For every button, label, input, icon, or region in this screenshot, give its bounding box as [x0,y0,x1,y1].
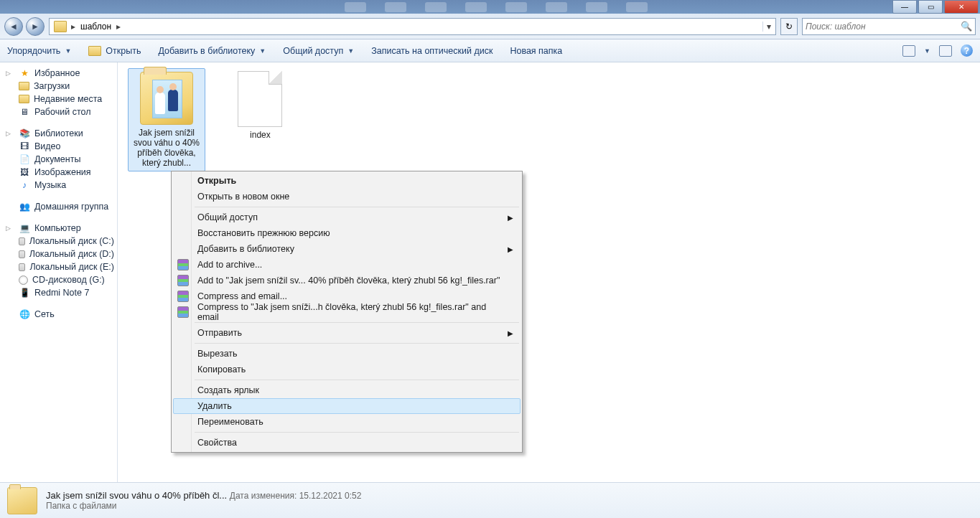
toolbar-open[interactable]: Открыть [88,46,141,56]
folder-icon [19,82,29,90]
details-pane: Jak jsem snížil svou váhu o 40% příběh č… [0,482,980,518]
sidebar-desktop[interactable]: 🖥Рабочий стол [0,105,117,118]
sidebar-homegroup[interactable]: 👥 Домашняя группа [0,200,117,213]
library-icon: 📚 [19,128,30,138]
sidebar-favorites[interactable]: ▷★ Избранное [0,67,117,80]
sidebar-computer[interactable]: ▷💻 Компьютер [0,222,117,235]
ctx-restore-version[interactable]: Восстановить прежнюю версию [173,225,521,241]
nav-back-button[interactable]: ◄ [4,17,23,36]
sidebar-music[interactable]: ♪Музыка [0,179,117,192]
details-type: Папка с файлами [46,501,361,511]
details-date-value: 15.12.2021 0:52 [299,491,362,501]
preview-pane-button[interactable] [939,45,952,57]
music-icon: ♪ [19,180,30,190]
context-menu: Открыть Открыть в новом окне Общий досту… [171,171,523,453]
details-thumbnail [7,487,37,514]
documents-icon: 📄 [19,154,30,164]
ctx-copy[interactable]: Копировать [173,362,521,377]
address-bar[interactable]: ▸ шаблон ▸ ▾ [49,18,776,35]
toolbar: Упорядочить▼ Открыть Добавить в библиоте… [0,39,980,62]
ctx-properties[interactable]: Свойства [173,435,521,451]
breadcrumb-sep: ▸ [115,22,122,32]
cd-icon [19,276,28,285]
sidebar-recent[interactable]: Недавние места [0,93,117,105]
pictures-icon: 🖼 [19,167,30,177]
disk-icon [19,237,25,245]
ctx-compress-to-email[interactable]: Compress to "Jak jsem sníži...h člověka,… [173,304,521,320]
ctx-rename[interactable]: Переименовать [173,414,521,430]
folder-item-selected[interactable]: Jak jsem snížil svou váhu o 40% příběh č… [128,68,205,171]
nav-row: ◄ ► ▸ шаблон ▸ ▾ ↻ 🔍 [0,14,980,39]
video-icon: 🎞 [19,141,30,151]
background-taskbar-hint [345,0,648,14]
search-icon[interactable]: 🔍 [961,21,972,32]
breadcrumb-item[interactable]: шаблон [77,22,115,32]
ctx-add-to-rar[interactable]: Add to "Jak jsem snížil sv... 40% příběh… [173,273,521,288]
sidebar-video[interactable]: 🎞Видео [0,140,117,153]
sidebar: ▷★ Избранное Загрузки Недавние места 🖥Ра… [0,62,118,482]
sidebar-documents[interactable]: 📄Документы [0,153,117,166]
details-date-label: Дата изменения: [230,491,297,501]
view-options-dropdown[interactable]: ▼ [924,47,930,55]
folder-icon [54,21,67,32]
ctx-delete[interactable]: Удалить [173,398,521,414]
winrar-icon [177,306,189,318]
window-minimize-button[interactable]: — [892,0,917,14]
ctx-open[interactable]: Открыть [173,173,521,189]
star-icon: ★ [19,68,30,78]
toolbar-organize[interactable]: Упорядочить▼ [7,46,71,56]
help-button[interactable]: ? [961,44,973,57]
ctx-share[interactable]: Общий доступ▶ [173,209,521,225]
phone-icon: 📱 [19,288,30,298]
toolbar-burn[interactable]: Записать на оптический диск [371,46,493,56]
ctx-open-new-window[interactable]: Открыть в новом окне [173,189,521,204]
folder-thumbnail [140,72,193,125]
details-name: Jak jsem snížil svou váhu o 40% příběh č… [46,490,227,501]
search-box[interactable]: 🔍 [802,18,976,35]
breadcrumb-sep: ▸ [70,22,77,32]
folder-open-icon [88,46,101,56]
sidebar-drive-c[interactable]: Локальный диск (C:) [0,235,117,248]
nav-forward-button[interactable]: ► [26,17,45,36]
toolbar-share[interactable]: Общий доступ▼ [283,46,354,56]
window-close-button[interactable]: ✕ [944,0,979,14]
toolbar-add-library[interactable]: Добавить в библиотеку▼ [158,46,266,56]
network-icon: 🌐 [19,309,30,319]
sidebar-libraries[interactable]: ▷📚 Библиотеки [0,127,117,140]
winrar-icon [177,259,189,270]
toolbar-new-folder[interactable]: Новая папка [510,46,562,56]
winrar-icon [177,291,189,302]
sidebar-drive-d[interactable]: Локальный диск (D:) [0,248,117,260]
folder-item-label: Jak jsem snížil svou váhu o 40% příběh č… [131,128,202,168]
file-thumbnail [238,71,282,127]
computer-icon: 💻 [19,223,30,233]
titlebar: — ▭ ✕ [0,0,980,14]
sidebar-pictures[interactable]: 🖼Изображения [0,166,117,179]
address-dropdown[interactable]: ▾ [762,22,774,32]
file-item[interactable]: index [221,68,299,143]
view-options-button[interactable] [902,45,915,57]
winrar-icon [177,275,189,286]
ctx-add-library[interactable]: Добавить в библиотеку▶ [173,241,521,257]
sidebar-redmi[interactable]: 📱Redmi Note 7 [0,286,117,299]
sidebar-network[interactable]: 🌐 Сеть [0,308,117,321]
disk-icon [19,263,25,271]
sidebar-drive-e[interactable]: Локальный диск (E:) [0,260,117,273]
refresh-button[interactable]: ↻ [780,18,798,35]
desktop-icon: 🖥 [19,107,30,117]
ctx-create-shortcut[interactable]: Создать ярлык [173,382,521,398]
homegroup-icon: 👥 [19,202,30,212]
ctx-cut[interactable]: Вырезать [173,346,521,362]
window-maximize-button[interactable]: ▭ [918,0,943,14]
ctx-send-to[interactable]: Отправить▶ [173,325,521,341]
sidebar-downloads[interactable]: Загрузки [0,80,117,93]
file-item-label: index [250,130,271,140]
ctx-add-archive[interactable]: Add to archive... [173,257,521,273]
disk-icon [19,250,25,258]
search-input[interactable] [806,22,961,32]
folder-icon [19,95,29,103]
sidebar-drive-g[interactable]: CD-дисковод (G:) [0,273,117,286]
